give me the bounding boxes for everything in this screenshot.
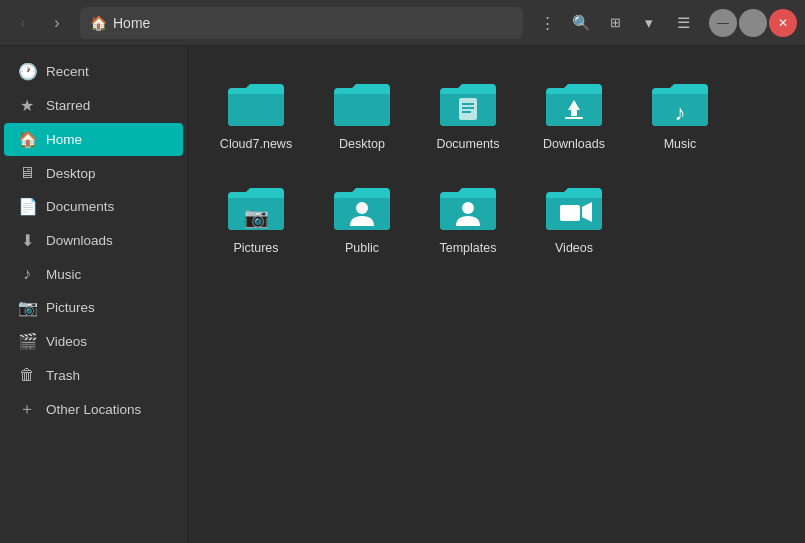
sidebar-item-trash[interactable]: 🗑 Trash — [4, 359, 183, 391]
list-icon: ☰ — [677, 14, 690, 32]
location-text: Home — [113, 15, 150, 31]
close-button[interactable]: ✕ — [769, 9, 797, 37]
forward-button[interactable]: › — [42, 8, 72, 38]
svg-text:📷: 📷 — [244, 205, 269, 229]
pictures-icon: 📷 — [18, 298, 36, 317]
sidebar-item-starred[interactable]: ★ Starred — [4, 89, 183, 122]
window-controls: — ✕ — [709, 9, 797, 37]
folder-downloads[interactable]: Downloads — [526, 66, 622, 160]
sidebar: 🕐 Recent ★ Starred 🏠 Home 🖥 Desktop 📄 Do… — [0, 46, 188, 543]
folder-videos[interactable]: Videos — [526, 170, 622, 264]
star-icon: ★ — [18, 96, 36, 115]
view-columns-button[interactable]: ⊞ — [599, 7, 631, 39]
folder-cloud7-label: Cloud7.news — [220, 136, 292, 152]
minimize-icon: — — [717, 16, 729, 30]
folder-documents[interactable]: Documents — [420, 66, 516, 160]
svg-point-9 — [356, 202, 368, 214]
folder-templates-label: Templates — [440, 240, 497, 256]
forward-icon: › — [54, 14, 59, 32]
svg-text:♪: ♪ — [675, 100, 686, 125]
documents-icon: 📄 — [18, 197, 36, 216]
folder-downloads-label: Downloads — [543, 136, 605, 152]
svg-rect-11 — [560, 205, 580, 221]
sidebar-item-documents[interactable]: 📄 Documents — [4, 190, 183, 223]
folder-music[interactable]: ♪ Music — [632, 66, 728, 160]
desktop-icon: 🖥 — [18, 164, 36, 182]
sidebar-item-home[interactable]: 🏠 Home — [4, 123, 183, 156]
folder-templates[interactable]: Templates — [420, 170, 516, 264]
view-columns-icon: ⊞ — [610, 15, 621, 30]
sidebar-label-home: Home — [46, 132, 82, 147]
sidebar-item-desktop[interactable]: 🖥 Desktop — [4, 157, 183, 189]
list-view-button[interactable]: ☰ — [667, 7, 699, 39]
sidebar-label-downloads: Downloads — [46, 233, 113, 248]
folder-public[interactable]: Public — [314, 170, 410, 264]
titlebar: ‹ › 🏠 Home ⋮ 🔍 ⊞ ▾ ☰ — ✕ — [0, 0, 805, 46]
folder-downloads-icon — [542, 74, 606, 130]
location-bar[interactable]: 🏠 Home — [80, 7, 523, 39]
downloads-icon: ⬇ — [18, 231, 36, 250]
sidebar-item-downloads[interactable]: ⬇ Downloads — [4, 224, 183, 257]
folder-documents-label: Documents — [436, 136, 499, 152]
chevron-down-icon: ▾ — [645, 14, 653, 32]
sidebar-item-videos[interactable]: 🎬 Videos — [4, 325, 183, 358]
sidebar-item-recent[interactable]: 🕐 Recent — [4, 55, 183, 88]
folder-public-label: Public — [345, 240, 379, 256]
minimize-button[interactable]: — — [709, 9, 737, 37]
content-area: Cloud7.news Desktop — [188, 46, 805, 543]
folder-desktop-label: Desktop — [339, 136, 385, 152]
sidebar-label-music: Music — [46, 267, 81, 282]
folder-videos-icon — [542, 178, 606, 234]
sidebar-label-documents: Documents — [46, 199, 114, 214]
folder-videos-label: Videos — [555, 240, 593, 256]
svg-point-10 — [462, 202, 474, 214]
folder-music-label: Music — [664, 136, 697, 152]
folder-public-icon — [330, 178, 394, 234]
other-locations-icon: ＋ — [18, 399, 36, 420]
home-icon: 🏠 — [90, 15, 107, 31]
maximize-button[interactable] — [739, 9, 767, 37]
header-actions: ⋮ 🔍 ⊞ ▾ ☰ — [531, 7, 699, 39]
folder-documents-icon — [436, 74, 500, 130]
search-icon: 🔍 — [572, 14, 591, 32]
svg-rect-6 — [565, 117, 583, 119]
folder-cloud7[interactable]: Cloud7.news — [208, 66, 304, 160]
trash-icon: 🗑 — [18, 366, 36, 384]
view-toggle-button[interactable]: ▾ — [633, 7, 665, 39]
folder-music-icon: ♪ — [648, 74, 712, 130]
sidebar-item-music[interactable]: ♪ Music — [4, 258, 183, 290]
sidebar-label-pictures: Pictures — [46, 300, 95, 315]
search-button[interactable]: 🔍 — [565, 7, 597, 39]
sidebar-item-other-locations[interactable]: ＋ Other Locations — [4, 392, 183, 427]
sidebar-label-desktop: Desktop — [46, 166, 96, 181]
svg-rect-5 — [571, 110, 577, 116]
music-icon: ♪ — [18, 265, 36, 283]
folder-desktop[interactable]: Desktop — [314, 66, 410, 160]
main-layout: 🕐 Recent ★ Starred 🏠 Home 🖥 Desktop 📄 Do… — [0, 46, 805, 543]
sidebar-label-trash: Trash — [46, 368, 80, 383]
menu-icon: ⋮ — [540, 14, 555, 32]
folder-desktop-icon — [330, 74, 394, 130]
folder-pictures-icon: 📷 — [224, 178, 288, 234]
back-icon: ‹ — [20, 14, 25, 32]
sidebar-item-pictures[interactable]: 📷 Pictures — [4, 291, 183, 324]
folder-templates-icon — [436, 178, 500, 234]
sidebar-label-starred: Starred — [46, 98, 90, 113]
folder-pictures[interactable]: 📷 Pictures — [208, 170, 304, 264]
folder-pictures-label: Pictures — [233, 240, 278, 256]
videos-icon: 🎬 — [18, 332, 36, 351]
close-icon: ✕ — [778, 16, 788, 30]
menu-button[interactable]: ⋮ — [531, 7, 563, 39]
folder-cloud7-icon — [224, 74, 288, 130]
sidebar-label-other-locations: Other Locations — [46, 402, 141, 417]
sidebar-label-videos: Videos — [46, 334, 87, 349]
back-button[interactable]: ‹ — [8, 8, 38, 38]
sidebar-label-recent: Recent — [46, 64, 89, 79]
recent-icon: 🕐 — [18, 62, 36, 81]
home-sidebar-icon: 🏠 — [18, 130, 36, 149]
